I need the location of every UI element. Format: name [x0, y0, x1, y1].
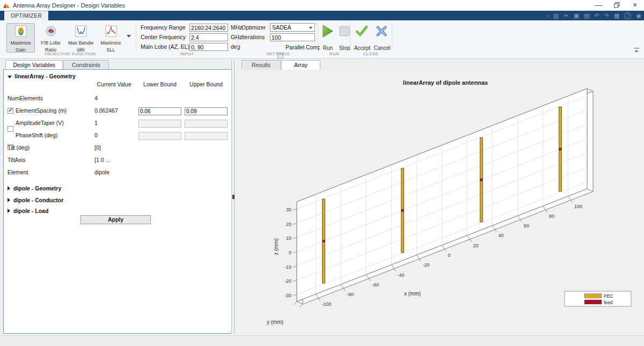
tab-constraints[interactable]: Constraints [63, 60, 109, 70]
paste-icon[interactable]: ▤ [584, 11, 589, 20]
help-icon[interactable]: ? [624, 12, 631, 19]
frequency-range-input[interactable] [189, 24, 228, 32]
section-divider [237, 23, 238, 50]
accept-button[interactable] [356, 26, 368, 39]
toolstrip-tab-bar: OPTIMIZER ‹ ▥ ✂ ▣ ▤ ↶ ↷ ▦ ? ◉ [0, 11, 644, 20]
frequency-range-unit: MHz [231, 24, 243, 32]
elementspacing-checkbox[interactable] [8, 108, 13, 114]
tab-array[interactable]: Array [281, 60, 320, 70]
resources-icon[interactable]: ◉ [636, 11, 641, 20]
parallel-computing-label: Parallel Computing [286, 43, 320, 51]
dipole-conductor-header[interactable]: dipole - Conductor [8, 197, 63, 203]
row-label-elementspacing: ElementSpacing (m) [16, 107, 67, 115]
legend-label: PEC [604, 293, 613, 299]
chevron-down-icon [309, 27, 312, 29]
z-tick-label: -20 [284, 278, 291, 284]
amplitudetaper-lower-bound-input [138, 120, 181, 128]
expanded-triangle-icon [8, 76, 12, 78]
cut-icon[interactable]: ✂ [564, 11, 569, 20]
cancel-button[interactable] [376, 26, 387, 39]
fb-lobe-ratio-button[interactable]: F/B Lobe Ratio [36, 23, 65, 53]
row-label-numelements: NumElements [8, 94, 43, 102]
save-icon[interactable]: ▥ [553, 11, 559, 20]
z-tick-label: -30 [284, 293, 291, 298]
tab-design-variables[interactable]: Design Variables [5, 60, 63, 70]
run-button[interactable] [322, 25, 334, 40]
x-tick-label: 20 [473, 243, 479, 248]
section-label: CLOSE [350, 51, 392, 56]
row-label-element: Element [8, 168, 28, 176]
restore-button[interactable] [608, 0, 626, 11]
x-tick-label: -100 [321, 301, 331, 307]
splitter-handle[interactable] [232, 195, 235, 199]
y-axis-label: y (mm) [267, 319, 283, 325]
main-lobe-input[interactable] [189, 43, 228, 51]
row-label-amplitudetaper: AmplitudeTaper (V) [16, 119, 64, 127]
stop-button[interactable] [339, 26, 350, 39]
collapsed-triangle-icon [8, 186, 10, 190]
cancel-label: Cancel [372, 45, 392, 51]
x-tick-label: -20 [422, 262, 429, 268]
dipole-feed [401, 209, 404, 212]
section-label: OBJECTIVE FUNCTION [4, 51, 136, 56]
quick-access-toolbar: ‹ ▥ ✂ ▣ ▤ ↶ ↷ ▦ ? ◉ [546, 11, 641, 20]
close-button[interactable]: × [626, 0, 644, 11]
tab-results[interactable]: Results [241, 60, 281, 70]
panel-splitter[interactable] [231, 60, 235, 334]
amplitudetaper-checkbox[interactable] [8, 126, 13, 132]
redo-icon[interactable]: ↷ [604, 11, 609, 20]
plot-title: linearArray of dipole antennas [403, 79, 488, 86]
button-label: F/B Lobe [37, 40, 64, 46]
x-tick-label: 40 [499, 233, 504, 238]
main-lobe-label: Main Lobe (AZ, EL) [141, 43, 189, 51]
optimizer-dropdown[interactable]: SADEA [270, 23, 315, 32]
z-tick-label: 10 [286, 235, 291, 241]
lineararray-geometry-header[interactable]: linearArray - Geometry [8, 73, 76, 79]
elementspacing-upper-bound-input[interactable] [185, 107, 228, 115]
z-tick-label: -10 [284, 264, 291, 270]
optimizer-label: Optimizer [241, 24, 266, 32]
frequency-range-label: Frequency Range [141, 24, 185, 32]
tab-optimizer[interactable]: OPTIMIZER [4, 11, 48, 20]
center-frequency-label: Center Frequency [141, 33, 186, 41]
array-plot[interactable]: -100-80-60-40-200204060801003020100-10-2… [236, 70, 644, 335]
optimizer-value: SADEA [272, 24, 291, 31]
copy-icon[interactable]: ▣ [574, 11, 579, 20]
chevron-left-icon[interactable]: ‹ [546, 11, 548, 20]
accept-check-icon [356, 26, 368, 36]
max-bandwidth-icon [75, 25, 87, 37]
max-bandwidth-button[interactable]: Max Bandw idth [67, 23, 95, 53]
center-frequency-input[interactable] [189, 33, 228, 41]
objective-gallery-arrow[interactable] [127, 35, 131, 38]
row-label-tiltaxis: TiltAxis [8, 156, 25, 164]
dipole-load-header[interactable]: dipole - Load [8, 208, 48, 214]
run-icon [322, 25, 334, 38]
status-bar [0, 335, 644, 346]
section-divider [318, 23, 318, 50]
row-value-amplitudetaper: 1 [94, 119, 98, 127]
maximize-sll-button[interactable]: Maximize SLL [97, 23, 125, 53]
legend-swatch [584, 294, 602, 298]
restore-icon [614, 2, 620, 8]
layout-icon[interactable]: ▦ [614, 11, 619, 20]
undo-icon[interactable]: ↶ [595, 11, 599, 20]
maximize-gain-button[interactable]: Maximize Gain [6, 23, 35, 53]
collapse-ribbon-icon[interactable] [633, 47, 640, 53]
dipole-geometry-header[interactable]: dipole - Geometry [8, 185, 61, 192]
main-lobe-unit: deg [231, 43, 240, 51]
cancel-x-icon [376, 26, 387, 36]
row-value-tiltaxis: [1 0 ... [94, 156, 110, 164]
apply-button[interactable]: Apply [80, 215, 151, 224]
dipole-feed [323, 240, 325, 242]
row-value-tilt: [0] [94, 144, 101, 152]
minimize-button[interactable]: — [589, 0, 608, 11]
elementspacing-lower-bound-input[interactable] [138, 107, 181, 115]
iterations-input[interactable] [270, 33, 315, 41]
x-tick-label: 100 [574, 204, 582, 209]
x-tick-label: -40 [397, 273, 404, 278]
optimizer-ribbon: Maximize Gain F/B Lobe Ratio Max Bandw i… [0, 20, 644, 59]
row-value-elementspacing: 0.062467 [94, 107, 118, 115]
section-label: SETTINGS [238, 51, 318, 56]
z-tick-label: 30 [286, 207, 291, 212]
x-tick-label: 60 [524, 223, 529, 229]
